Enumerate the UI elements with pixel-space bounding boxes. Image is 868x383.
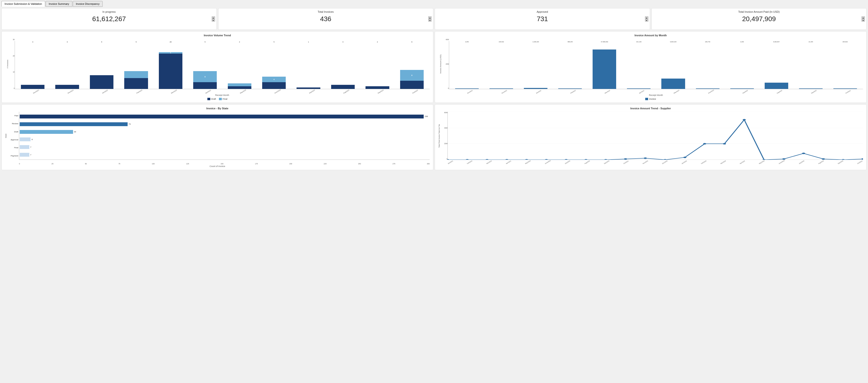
kpi-in-progress-value: 61,612,267 <box>92 15 126 23</box>
bar-x-label: June/2022 <box>274 89 281 94</box>
supplier-dot <box>644 157 647 159</box>
scroll-down-icon[interactable]: ▼ <box>862 19 865 22</box>
bar-x-label: Feb/2022 <box>136 89 143 94</box>
bar-draft-segment <box>331 85 355 89</box>
kpi-amount-paid-scroll[interactable]: ▲ ▼ <box>862 17 865 22</box>
bar-group: 68Oct/2022 <box>395 41 429 89</box>
hbar-value: 79 <box>129 123 131 125</box>
kpi-row: In progress 61,612,267 ▲ ▼ Total Invoice… <box>1 8 867 30</box>
tab-summary[interactable]: Invoice Summary <box>46 1 72 7</box>
bar-x-label: Oct/2022 <box>412 89 418 94</box>
supplier-x-label: Feb/2022 <box>701 160 707 164</box>
bar-x-label: Jan/2022 <box>102 89 108 94</box>
hbar-fill <box>20 122 128 126</box>
hbar-fill <box>20 137 31 141</box>
bar-stack <box>124 71 148 89</box>
supplier-dot <box>565 159 568 160</box>
bar-top-label: 3 <box>67 41 68 43</box>
amount-by-month-chart: Invoice Amount (USD) 40M 20M 0 3,250Nov/… <box>437 39 864 96</box>
volume-trend-chart: # Invoices 30 20 10 0 3Nov/20213Dec/2021… <box>4 39 431 96</box>
bar-draft-segment <box>262 82 286 89</box>
amount-bar <box>833 88 857 89</box>
bar-x-label: July/2022 <box>309 89 315 94</box>
amount-bar <box>696 88 719 89</box>
hbar-row: 39 <box>19 129 430 134</box>
amount-bar <box>455 88 479 89</box>
amount-bar-label: 2,200 <box>740 41 744 42</box>
bar-top-label: 6 <box>411 41 412 43</box>
y-tick-30: 30 <box>13 39 15 40</box>
scroll-up-icon[interactable]: ▲ <box>212 17 215 19</box>
bar-x-label: Apr/2022 <box>205 89 211 94</box>
amount-x-label: Aug/2022 <box>776 90 782 94</box>
scroll-down-icon[interactable]: ▼ <box>428 19 432 22</box>
x-tick: 150 <box>221 163 223 165</box>
scroll-down-icon[interactable]: ▼ <box>212 19 215 22</box>
bar-draft-segment <box>366 86 389 89</box>
legend-draft-label: Draft <box>211 98 216 100</box>
amount-bar-group: 2,200July/2022 <box>725 41 759 89</box>
bar-stack <box>366 86 389 89</box>
supplier-dot <box>822 158 825 160</box>
bar-draft-segment <box>55 85 79 89</box>
amount-x-label: Sep/2022 <box>811 90 817 94</box>
supplier-x-label: May/2022 <box>759 160 765 164</box>
amount-by-month-card: Invoice Amount by Month Invoice Amount (… <box>435 31 867 103</box>
amount-bar-group: 100,532Dec/2021 <box>485 41 518 89</box>
kpi-in-progress: In progress 61,612,267 ▲ ▼ <box>1 8 217 30</box>
hbar-value: 7 <box>30 154 31 156</box>
amount-bar-group: 1,028,100Jan/2022 <box>519 41 553 89</box>
amount-x-label: May/2022 <box>673 90 680 94</box>
bar-draft-segment <box>90 75 114 89</box>
by-state-card: Invoice - By State State Paid Review Dra… <box>1 104 433 170</box>
amount-bar-group: 294,822Oct/2022 <box>828 41 862 89</box>
charts-row-1: Invoice Volume Trend # Invoices 30 20 10… <box>1 31 867 103</box>
bar-top-label: 1 <box>308 41 309 43</box>
kpi-total-invoices: Total Invoices 436 ▲ ▼ <box>218 8 434 30</box>
tab-submission[interactable]: Invoice Submission & Validation <box>1 1 45 7</box>
bar-final-segment <box>228 84 251 86</box>
scroll-up-icon[interactable]: ▲ <box>645 17 648 19</box>
kpi-in-progress-label: In progress <box>102 10 116 13</box>
amount-x-label: Mar/2022 <box>604 90 610 94</box>
hbar-row: 7 <box>19 145 430 150</box>
x-tick: 25 <box>52 163 53 165</box>
amount-x-label: Dec/2021 <box>501 90 507 94</box>
x-tick: 50 <box>85 163 87 165</box>
volume-x-label: Receipt Month <box>15 94 430 96</box>
supplier-x-label: Aug/2022 <box>818 160 824 164</box>
scroll-up-icon[interactable]: ▲ <box>428 17 432 19</box>
amount-bar-label: 1,028,100 <box>532 41 539 42</box>
bar-group: 1July/2022 <box>291 41 325 89</box>
amount-bar-label: 488,345 <box>567 41 573 42</box>
state-final-label: Final <box>7 147 19 149</box>
kpi-in-progress-scroll[interactable]: ▲ ▼ <box>212 17 215 22</box>
bar-top-label: 5 <box>274 41 274 43</box>
y-tick-10: 10 <box>13 71 15 73</box>
hbar-value: 8 <box>31 138 32 140</box>
tab-bar: Invoice Submission & Validation Invoice … <box>0 0 868 7</box>
supplier-dot <box>782 158 785 160</box>
kpi-total-invoices-scroll[interactable]: ▲ ▼ <box>428 17 432 22</box>
bar-draft-segment <box>297 88 320 89</box>
amount-x-label: Nov/2021 <box>467 90 473 94</box>
state-paid-label: Paid <box>7 115 19 117</box>
bar-stack: 1 <box>159 52 182 89</box>
amount-by-month-title: Invoice Amount by Month <box>437 34 864 37</box>
supplier-trend-title: Invoice Amount Trend - Supplier <box>437 107 864 110</box>
supplier-x-label: Oct/2021 <box>623 160 629 164</box>
scroll-down-icon[interactable]: ▼ <box>645 19 648 22</box>
by-state-chart: State Paid Review Draft Approval Final P… <box>4 112 431 165</box>
bar-x-label: Dec/2021 <box>67 89 74 94</box>
bar-x-label: Nov/2021 <box>33 89 39 94</box>
bar-group: 2Sep/2022 <box>361 41 394 89</box>
amount-bar-group: 3,250Nov/2021 <box>450 41 484 89</box>
kpi-approved-scroll[interactable]: ▲ ▼ <box>645 17 648 22</box>
bar-draft-segment <box>159 54 182 89</box>
x-tick: 75 <box>119 163 120 165</box>
volume-trend-card: Invoice Volume Trend # Invoices 30 20 10… <box>1 31 433 103</box>
scroll-up-icon[interactable]: ▲ <box>862 17 865 19</box>
supplier-x-label: Apr/2021 <box>506 160 512 164</box>
tab-discrepancy[interactable]: Invoice Discrepancy <box>73 1 103 7</box>
supplier-dot <box>723 143 726 145</box>
